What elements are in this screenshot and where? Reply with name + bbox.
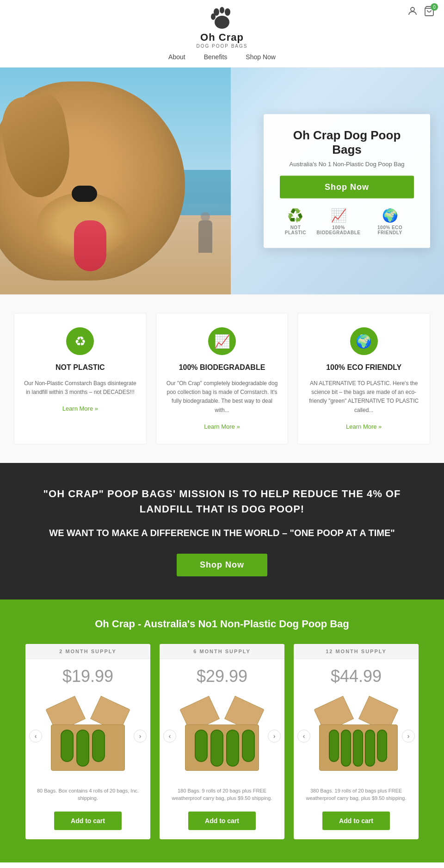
feature-eco-desc: AN ALTERNATIVE TO PLASTIC. Here's the sc… [307,379,420,415]
logo-title: Oh Crap [200,31,244,44]
hero-dog-area [0,68,231,294]
product-card-2month: 2 MONTH SUPPLY $19.99 ‹ › [25,644,150,839]
product-prev-2[interactable]: ‹ [163,730,176,743]
product-next-2[interactable]: › [268,730,281,743]
product-supply-3: 12 MONTH SUPPLY [294,644,419,659]
mission-shop-now-button[interactable]: Shop Now [177,554,267,576]
feature-plastic-desc: Our Non-Plastic Cornstarch Bags disinteg… [24,379,137,397]
svg-point-2 [225,8,230,16]
badge-plastic-label: NOT PLASTIC [280,225,311,235]
features-section: ♻ NOT PLASTIC Our Non-Plastic Cornstarch… [0,294,444,463]
cart-icon[interactable]: 0 [424,6,435,19]
feature-card-plastic: ♻ NOT PLASTIC Our Non-Plastic Cornstarch… [14,313,147,444]
box-illustration-2 [180,701,264,771]
feature-plastic-icon: ♻ [66,327,94,355]
products-title: Oh Crap - Australia's No1 Non-Plastic Do… [14,618,430,630]
product-prev-1[interactable]: ‹ [29,730,42,743]
chart-icon: 📈 [331,208,347,223]
recycle-icon: ♻️ [287,208,303,223]
feature-eco-link[interactable]: Learn More » [346,423,382,430]
svg-point-5 [411,7,414,11]
feature-plastic-title: NOT PLASTIC [56,363,105,372]
product-card-6month: 6 MONTH SUPPLY $29.99 ‹ [160,644,284,839]
hero-subtitle: Australia's No 1 Non-Plastic Dog Poop Ba… [280,161,414,168]
hero-section: Oh Crap Dog Poop Bags Australia's No 1 N… [0,68,444,294]
cart-badge: 0 [431,3,438,11]
hero-badge-eco: 🌍 100% ECO FRIENDLY [366,208,414,235]
product-image-1: ‹ › [25,690,150,782]
nav-about[interactable]: About [168,53,185,61]
badge-eco-label: 100% ECO FRIENDLY [366,225,414,235]
svg-point-1 [220,7,224,13]
mission-line1: "OH CRAP" POOP BAGS' MISSION IS TO HELP … [28,486,416,517]
paw-icon [209,6,235,31]
hero-shop-now-button[interactable]: Shop Now [280,176,414,199]
user-icon[interactable] [407,6,418,19]
earth-icon: 🌍 [382,208,398,223]
svg-point-4 [215,16,229,29]
hero-badge-biodegradable: 📈 100% BIODEGRADABLE [311,208,366,235]
hero-badge-plastic: ♻️ NOT PLASTIC [280,208,311,235]
feature-bio-title: 100% BIODEGRADABLE [179,363,265,372]
feature-bio-desc: Our "Oh Crap" completely biodegradable d… [166,379,279,415]
mission-section: "OH CRAP" POOP BAGS' MISSION IS TO HELP … [0,463,444,599]
product-desc-1: 80 Bags. Box contains 4 rolls of 20 bags… [25,782,150,810]
product-price-1: $19.99 [62,659,113,690]
product-next-3[interactable]: › [402,730,415,743]
box-illustration-1 [46,701,130,771]
feature-card-eco: 🌍 100% ECO FRIENDLY AN ALTERNATIVE TO PL… [297,313,430,444]
product-image-2: ‹ › [160,690,284,782]
product-supply-1: 2 MONTH SUPPLY [25,644,150,659]
add-to-cart-button-2[interactable]: Add to cart [188,812,256,830]
feature-eco-title: 100% ECO FRIENDLY [326,363,401,372]
hero-card: Oh Crap Dog Poop Bags Australia's No 1 N… [264,114,430,248]
product-card-12month: 12 MONTH SUPPLY $44.99 ‹ [294,644,419,839]
add-to-cart-button-1[interactable]: Add to cart [54,812,122,830]
box-illustration-3 [314,701,398,771]
product-price-3: $44.99 [331,659,382,690]
feature-bio-link[interactable]: Learn More » [204,423,240,430]
products-grid: 2 MONTH SUPPLY $19.99 ‹ › [14,644,430,839]
nav-shop[interactable]: Shop Now [246,53,276,61]
hero-badges: ♻️ NOT PLASTIC 📈 100% BIODEGRADABLE 🌍 10… [280,208,414,235]
product-next-1[interactable]: › [134,730,147,743]
add-to-cart-button-3[interactable]: Add to cart [322,812,390,830]
feature-card-biodegradable: 📈 100% BIODEGRADABLE Our "Oh Crap" compl… [156,313,289,444]
mission-line2: WE WANT TO MAKE A DIFFERENCE IN THE WORL… [28,526,416,540]
product-price-2: $29.99 [197,659,247,690]
product-prev-3[interactable]: ‹ [297,730,310,743]
feature-eco-icon: 🌍 [350,327,378,355]
feature-bio-icon: 📈 [208,327,236,355]
site-logo[interactable]: Oh Crap Dog Poop Bags [197,6,248,49]
hero-title: Oh Crap Dog Poop Bags [280,128,414,157]
badge-bio-label: 100% BIODEGRADABLE [311,225,366,235]
products-section: Oh Crap - Australia's No1 Non-Plastic Do… [0,599,444,862]
svg-point-3 [211,13,216,20]
site-header: Oh Crap Dog Poop Bags 0 [0,0,444,49]
product-supply-2: 6 MONTH SUPPLY [160,644,284,659]
product-desc-3: 380 Bags. 19 rolls of 20 bags plus FREE … [294,782,419,810]
nav-benefits[interactable]: Benefits [204,53,228,61]
main-nav: About Benefits Shop Now [0,49,444,68]
feature-plastic-link[interactable]: Learn More » [62,405,98,412]
logo-subtitle: Dog Poop Bags [197,44,248,49]
product-image-3: ‹ › [294,690,419,782]
header-icons: 0 [407,6,435,19]
product-desc-2: 180 Bags. 9 rolls of 20 bags plus FREE w… [160,782,284,810]
